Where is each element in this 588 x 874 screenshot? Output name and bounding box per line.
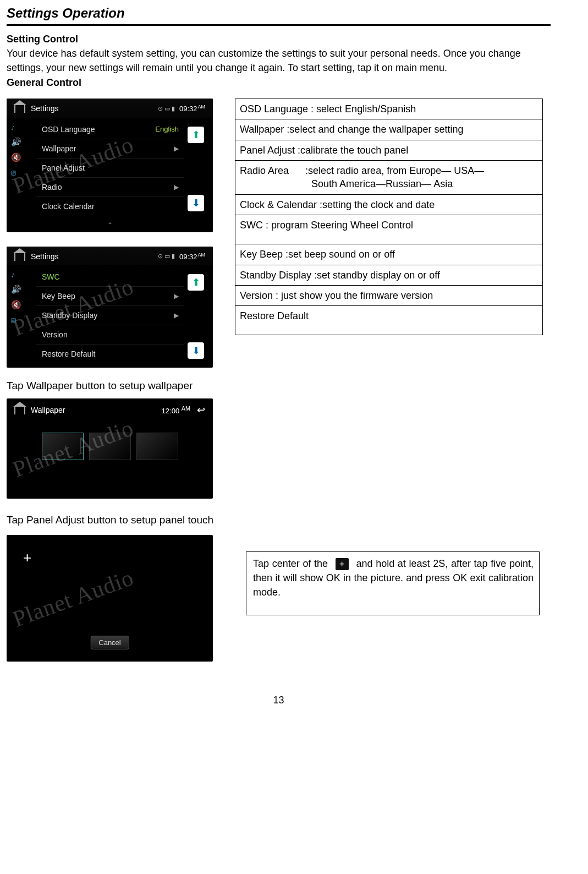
wallpaper-thumbnails (7, 422, 213, 499)
speaker-icon[interactable]: 🔊 (11, 285, 33, 294)
home-icon[interactable] (14, 104, 25, 113)
wallpaper-thumb[interactable] (42, 433, 84, 460)
bluetooth-icon[interactable]: ⎚ (11, 168, 33, 177)
intro-text: Your device has default system setting, … (7, 46, 551, 75)
scroll-down-button[interactable]: ⬇ (188, 342, 204, 359)
list-item[interactable]: OSD LanguageEnglish (36, 120, 184, 139)
scroll-down-button[interactable]: ⬇ (188, 195, 204, 211)
calibration-cross-icon[interactable]: + (23, 549, 31, 566)
panel-adjust-note: Tap Panel Adjust button to setup panel t… (7, 514, 551, 526)
back-icon[interactable]: ↩ (197, 404, 205, 416)
panel-adjust-screenshot: Planet Audio + Cancel (7, 535, 213, 662)
home-icon[interactable] (14, 252, 25, 261)
list-item[interactable]: Standby Display▶ (36, 306, 184, 325)
home-icon[interactable] (14, 406, 25, 414)
mute-icon[interactable]: 🔇 (11, 300, 33, 310)
screen-title: Settings (31, 104, 59, 113)
scroll-up-button[interactable]: ⬆ (188, 127, 204, 143)
mute-icon[interactable]: 🔇 (11, 152, 33, 162)
list-item[interactable]: Restore Default (36, 345, 184, 363)
calibration-instruction-box: Tap center of the + and hold at least 2S… (246, 551, 540, 615)
general-control-heading: General Control (7, 77, 551, 89)
list-item[interactable]: SWC (36, 267, 184, 287)
plus-chip-icon: + (336, 558, 349, 570)
table-row: Restore Default (235, 306, 543, 335)
page-number: 13 (7, 695, 551, 706)
list-item[interactable]: Version (36, 325, 184, 345)
audio-icon[interactable]: ♪ (11, 122, 33, 132)
watermark: Planet Audio (9, 564, 138, 632)
list-item[interactable]: Radio▶ (36, 178, 184, 197)
settings-description-table: OSD Language : select English/Spanish Wa… (235, 99, 543, 335)
wallpaper-thumb[interactable] (89, 433, 131, 460)
wallpaper-thumb[interactable] (136, 433, 178, 460)
wallpaper-screenshot: Planet Audio Wallpaper 12:00 AM ↩ (7, 398, 213, 499)
side-icon-strip: ♪ 🔊 🔇 ⎚ (7, 265, 33, 368)
table-row: SWC : program Steering Wheel Control (235, 215, 543, 244)
instruction-text: Tap center of the (253, 558, 328, 569)
settings-list-1: OSD LanguageEnglish Wallpaper▶ Panel Adj… (33, 118, 188, 220)
table-row: Version : just show you the firmware ver… (235, 285, 543, 305)
screen-title: Wallpaper (31, 406, 65, 414)
clock: 12:00 AM (162, 405, 190, 415)
wallpaper-note: Tap Wallpaper button to setup wallpaper (7, 380, 551, 392)
expand-arrow-icon[interactable]: ⌃ (7, 220, 213, 232)
list-item[interactable]: Key Beep▶ (36, 287, 184, 306)
settings-screenshot-2: Planet Audio Settings ⊙ ▭ ▮ 09:32AM ♪ 🔊 … (7, 247, 213, 368)
clock: 09:32AM (179, 252, 205, 261)
bluetooth-icon[interactable]: ⎚ (11, 315, 33, 325)
settings-list-2: SWC Key Beep▶ Standby Display▶ Version R… (33, 265, 188, 368)
audio-icon[interactable]: ♪ (11, 270, 33, 279)
table-row: Key Beep :set beep sound on or off (235, 244, 543, 265)
side-icon-strip: ♪ 🔊 🔇 ⎚ (7, 118, 33, 220)
settings-screenshot-1: Planet Audio Settings ⊙ ▭ ▮ 09:32AM ♪ 🔊 … (7, 99, 213, 232)
title-rule (7, 24, 551, 26)
list-item[interactable]: Clock Calendar (36, 197, 184, 216)
clock: 09:32AM (179, 104, 205, 113)
page-title: Settings Operation (7, 6, 551, 21)
status-icon: ⊙ ▭ ▮ (158, 253, 175, 260)
table-row: Panel Adjust :calibrate the touch panel (235, 140, 543, 160)
table-row: Wallpaper :select and change the wallpap… (235, 119, 543, 140)
list-item[interactable]: Panel Adjust (36, 159, 184, 178)
table-row: OSD Language : select English/Spanish (235, 99, 543, 119)
table-row: Radio Area :select radio area, from Euro… (235, 161, 543, 195)
scroll-up-button[interactable]: ⬆ (188, 274, 204, 291)
table-row: Clock & Calendar :setting the clock and … (235, 194, 543, 215)
status-icon: ⊙ ▭ ▮ (158, 105, 175, 112)
speaker-icon[interactable]: 🔊 (11, 137, 33, 147)
cancel-button[interactable]: Cancel (90, 636, 129, 649)
list-item[interactable]: Wallpaper▶ (36, 139, 184, 159)
table-row: Standby Display :set standby display on … (235, 265, 543, 285)
screen-title: Settings (31, 252, 59, 261)
setting-control-heading: Setting Control (7, 34, 551, 45)
